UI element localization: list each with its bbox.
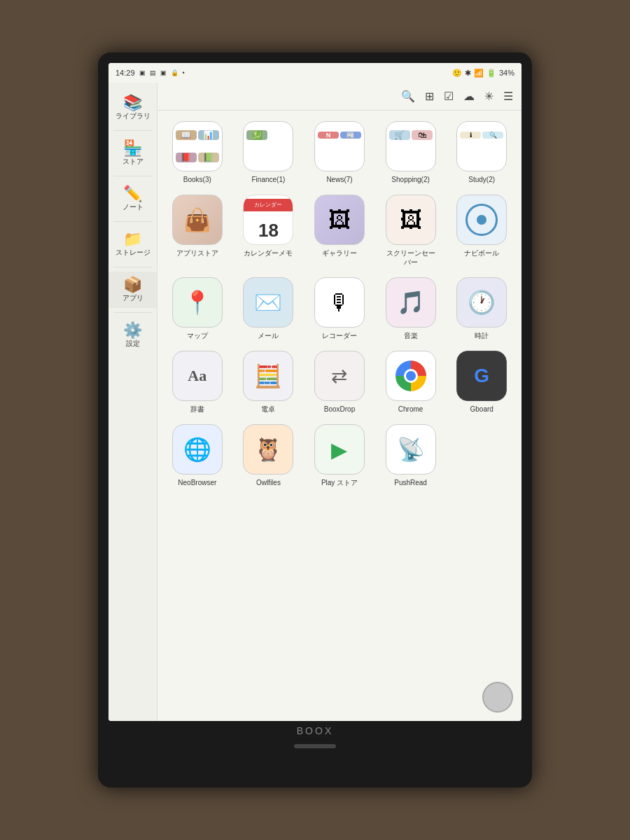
app-item-recorder[interactable]: 🎙 レコーダー [307,277,372,340]
calc-emoji: 🧮 [254,363,282,389]
music-emoji: 🎵 [397,289,425,316]
status-right: 🙂 ✱ 📶 🔋 34% [452,69,514,78]
app-item-gallery[interactable]: 🖼 ギャラリー [307,195,372,267]
add-icon[interactable]: ⊞ [425,90,434,103]
app-label-study: Study(2) [468,175,495,184]
naviball-ring [465,204,498,236]
face-icon: 🙂 [452,69,462,78]
chrome-ring [396,360,426,391]
app-item-chrome[interactable]: Chrome [378,351,444,414]
app-item-music[interactable]: 🎵 音楽 [378,277,444,340]
app-icon-pushread: 📡 [386,424,436,475]
app-icon-news: N 📰 [314,121,365,172]
app-icon-recorder: 🎙 [314,277,365,328]
app-item-naviball[interactable]: ナビボール [449,195,514,267]
app-label-books: Books(3) [183,175,211,184]
app-icon-naviball [456,195,507,245]
app-item-dict[interactable]: Aa 辞書 [164,351,230,414]
app-item-pushread[interactable]: 📡 PushRead [378,424,444,487]
app-item-owlfiles[interactable]: 🦉 Owlfiles [236,424,302,487]
menu-icon[interactable]: ☰ [503,90,513,103]
folder-cell: 📊 [198,130,219,140]
lock-icon: 🔒 [171,69,178,76]
app-label-calc: 電卓 [261,405,275,414]
app-label-calendar: カレンダーメモ [244,248,293,258]
check-icon[interactable]: ☑ [444,90,454,103]
app-item-mail[interactable]: ✉️ メール [236,277,302,340]
sidebar-item-storage[interactable]: 📁 ストレージ [108,226,157,262]
sidebar-item-apps[interactable]: 📦 アプリ [108,272,157,308]
app-icon-screensaver: 🖼 [386,195,436,245]
app-icon-calc: 🧮 [243,351,293,401]
time-display: 14:29 [115,69,135,77]
sidebar-item-store[interactable]: 🏪 ストア [108,135,157,172]
sidebar-label-apps: アプリ [122,294,144,302]
app-label-appstore: アプリストア [176,248,218,258]
app-icon-shopping: 🛒 🛍 [386,121,436,172]
naviball-dot [477,215,486,225]
app-icon-neobrowser: 🌐 [172,424,223,475]
gboard-g-letter: G [474,365,489,387]
app-icon-appstore: 👜 [172,195,223,245]
app-item-calendar[interactable]: カレンダー 18 カレンダーメモ [236,195,302,267]
app-icon-clock: 🕐 [456,277,507,328]
app-item-gboard[interactable]: G Gboard [449,351,514,414]
app-label-booxdrop: BooxDrop [324,405,355,414]
app-label-dict: 辞書 [190,405,204,414]
boox-brand-label: BOOX [297,725,333,736]
sidebar-divider-2 [113,176,152,176]
app-item-study[interactable]: ℹ 🔍 Study(2) [449,121,514,184]
app-label-news: News(7) [326,175,352,184]
library-icon: 📚 [123,95,142,111]
app-item-books[interactable]: 📖 📊 📕 📗 Books(3) [164,121,230,184]
battery-icon: 🔋 [486,69,496,78]
app-item-clock[interactable]: 🕐 時計 [449,277,514,340]
app-item-appstore[interactable]: 👜 アプリストア [164,195,230,267]
app-item-calc[interactable]: 🧮 電卓 [236,351,302,414]
owlfiles-emoji: 🦉 [254,436,282,463]
app-icon-gallery: 🖼 [314,195,365,245]
app-item-finance[interactable]: 💹 Finance(1) [236,121,302,184]
app-item-screensaver[interactable]: 🖼 スクリーンセーバー [378,195,444,267]
home-bar[interactable] [294,744,336,748]
search-icon[interactable]: 🔍 [401,90,415,103]
sidebar-divider-3 [113,221,152,222]
chrome-inner [404,369,418,383]
app-item-neobrowser[interactable]: 🌐 NeoBrowser [164,424,230,487]
sidebar-item-settings[interactable]: ⚙️ 設定 [108,317,157,354]
app-label-shopping: Shopping(2) [391,175,429,184]
sidebar-divider-4 [113,267,152,267]
app-item-map[interactable]: 📍 マップ [164,277,230,340]
sidebar-label-store: ストア [122,158,144,166]
dict-label-text: Aa [188,367,206,385]
app-label-chrome: Chrome [398,405,424,414]
folder-cell: 🛍 [412,130,433,140]
dot-indicator: • [183,69,185,76]
app-icon-study: ℹ 🔍 [456,121,507,172]
booxdrop-icon-symbol: ⇄ [331,365,347,388]
app-icon-map: 📍 [172,277,223,328]
app-item-shopping[interactable]: 🛒 🛍 Shopping(2) [378,121,444,184]
app-item-booxdrop[interactable]: ⇄ BooxDrop [307,351,372,414]
neobrowser-emoji: 🌐 [183,436,211,463]
app-item-playstore[interactable]: ▶ Play ストア [307,424,372,487]
sidebar: 📚 ライブラリ 🏪 ストア ✏️ ノート 📁 ストレージ [108,83,158,721]
app-item-news[interactable]: N 📰 News(7) [307,121,372,184]
cloud-icon[interactable]: ☁ [463,90,475,103]
sidebar-item-note[interactable]: ✏️ ノート [108,181,157,217]
sidebar-item-library[interactable]: 📚 ライブラリ [108,90,157,126]
gboard-bg: G [457,351,506,400]
settings-icon: ⚙️ [123,323,142,338]
screensaver-emoji: 🖼 [400,207,422,233]
star-icon[interactable]: ✳ [484,90,493,103]
folder-cell: 📕 [176,153,197,162]
floating-home-button[interactable] [482,682,513,713]
app-icon-finance: 💹 [243,121,293,172]
app-icon-chrome [386,351,436,401]
sidebar-label-library: ライブラリ [115,112,150,120]
app-icon-calendar: カレンダー 18 [243,195,293,245]
app-label-gallery: ギャラリー [322,248,357,258]
app-label-recorder: レコーダー [322,331,357,340]
sidebar-label-storage: ストレージ [115,248,150,257]
app-icon-music: 🎵 [386,277,436,328]
